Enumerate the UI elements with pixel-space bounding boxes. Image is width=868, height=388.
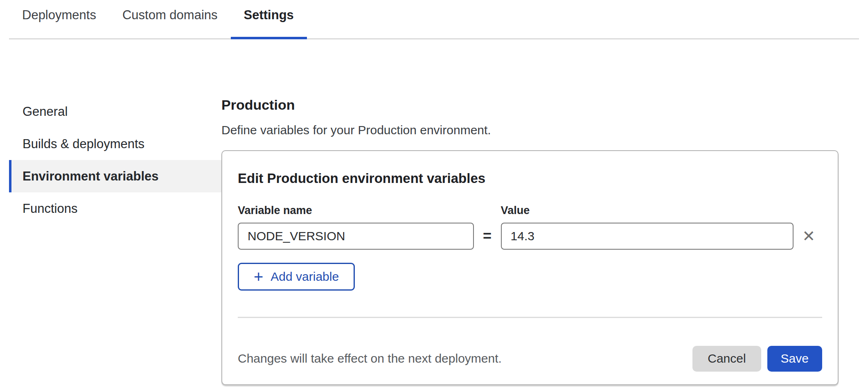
tab-settings[interactable]: Settings: [231, 0, 307, 38]
sidebar-item-environment-variables[interactable]: Environment variables: [9, 160, 221, 192]
value-label: Value: [501, 204, 794, 217]
plus-icon: +: [254, 268, 263, 285]
page-subtitle: Define variables for your Production env…: [221, 123, 839, 137]
value-field-group: Value: [501, 204, 794, 250]
sidebar-item-general[interactable]: General: [9, 95, 221, 128]
variable-row: Variable name = Value ✕: [238, 204, 822, 250]
variable-name-field-group: Variable name: [238, 204, 474, 250]
sidebar-item-functions[interactable]: Functions: [9, 192, 221, 225]
add-variable-button[interactable]: + Add variable: [238, 263, 355, 291]
add-variable-label: Add variable: [271, 270, 339, 284]
settings-sidebar: General Builds & deployments Environment…: [0, 95, 221, 385]
close-icon: ✕: [802, 227, 815, 245]
footer-note: Changes will take effect on the next dep…: [238, 352, 502, 365]
tab-custom-domains[interactable]: Custom domains: [109, 0, 231, 38]
variable-name-label: Variable name: [238, 204, 474, 217]
content-area: General Builds & deployments Environment…: [0, 39, 868, 385]
tab-deployments[interactable]: Deployments: [9, 0, 109, 38]
value-input[interactable]: [501, 223, 794, 250]
card-title: Edit Production environment variables: [238, 171, 822, 186]
environment-variables-card: Edit Production environment variables Va…: [221, 150, 839, 385]
remove-variable-button[interactable]: ✕: [795, 223, 822, 250]
card-footer: Changes will take effect on the next dep…: [238, 346, 822, 372]
sidebar-item-builds-deployments[interactable]: Builds & deployments: [9, 128, 221, 160]
save-button[interactable]: Save: [767, 346, 822, 372]
variable-name-input[interactable]: [238, 223, 474, 250]
page-title: Production: [221, 97, 839, 113]
footer-actions: Cancel Save: [692, 346, 822, 372]
equals-sign: =: [474, 223, 501, 250]
card-divider: [238, 317, 822, 318]
cancel-button[interactable]: Cancel: [692, 346, 761, 372]
main-panel: Production Define variables for your Pro…: [221, 97, 839, 385]
top-tab-bar: Deployments Custom domains Settings: [9, 0, 859, 39]
